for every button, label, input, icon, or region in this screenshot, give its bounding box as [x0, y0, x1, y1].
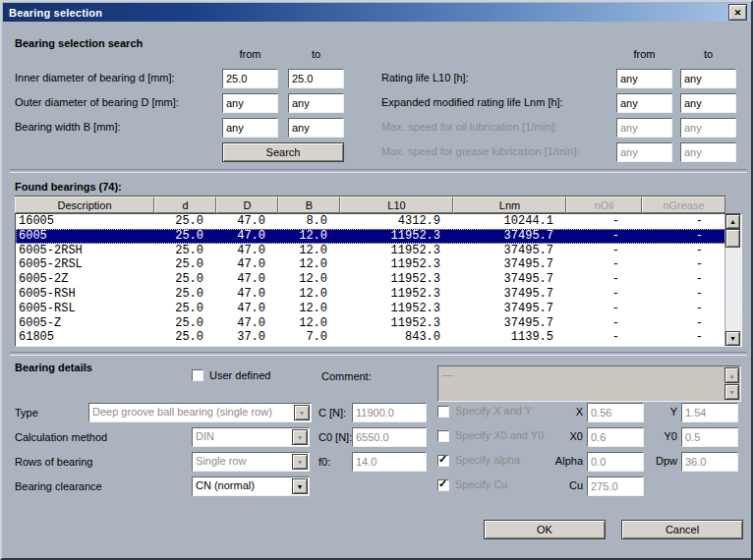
close-icon: ✕ — [734, 8, 742, 18]
factor-label: Alpha — [528, 455, 583, 467]
factor-input[interactable] — [681, 403, 738, 422]
comment-scroll-up-button[interactable]: ▲ — [724, 367, 739, 383]
comment-text: --- — [442, 368, 453, 380]
from-input[interactable] — [616, 69, 672, 88]
details-specify-fields: Specify X and YXYSpecify X0 and Y0X0Y0Sp… — [437, 403, 744, 511]
column-header-label: Description — [57, 199, 111, 211]
results-listbox[interactable]: 1600525.047.08.04312.910244.1--600525.04… — [15, 213, 742, 347]
column-header[interactable]: Lnm — [453, 196, 566, 213]
from-input[interactable] — [222, 118, 278, 138]
scrollbar-thumb[interactable] — [725, 229, 740, 248]
search-row: Inner diameter of bearing d [mm]: — [15, 69, 378, 93]
table-cell: 11952.3 — [341, 272, 454, 287]
table-cell: 37.0 — [217, 330, 279, 345]
to-input[interactable] — [288, 69, 344, 88]
specify-checkbox[interactable] — [437, 479, 449, 491]
search-section-heading: Bearing selection search — [15, 37, 143, 49]
specify-checkbox[interactable] — [437, 455, 449, 467]
chevron-down-icon[interactable]: ▼ — [292, 478, 308, 494]
column-header[interactable]: L10 — [340, 196, 453, 213]
search-row: Max. speed for oil lubrication [1/min]: — [381, 118, 745, 142]
from-input[interactable] — [616, 93, 672, 113]
comment-label: Comment: — [321, 370, 372, 382]
window-title: Bearing selection — [3, 7, 102, 19]
cancel-button[interactable]: Cancel — [621, 520, 743, 539]
search-button[interactable]: Search — [222, 142, 344, 162]
table-cell: - — [567, 257, 643, 272]
factor-input[interactable] — [681, 452, 738, 472]
title-bar[interactable]: Bearing selection — [3, 3, 750, 22]
specify-checkbox[interactable] — [437, 430, 449, 442]
table-cell: 6005-Z — [16, 316, 155, 331]
table-cell: - — [567, 214, 643, 229]
table-row[interactable]: 6180525.037.07.0843.01139.5-- — [16, 330, 725, 345]
column-header[interactable]: B — [278, 196, 340, 213]
load-field-row: C [N]: — [319, 403, 436, 422]
to-input[interactable] — [680, 93, 736, 113]
to-input[interactable] — [288, 118, 344, 138]
factor-input[interactable] — [681, 427, 738, 447]
column-header-label: Lnm — [499, 199, 520, 211]
load-field-input[interactable] — [352, 452, 427, 472]
to-input[interactable] — [680, 142, 736, 162]
column-header[interactable]: d — [154, 196, 216, 213]
table-row[interactable]: 1600525.047.08.04312.910244.1-- — [16, 214, 725, 229]
to-input[interactable] — [288, 93, 344, 113]
column-header[interactable]: D — [216, 196, 278, 213]
table-cell: 843.0 — [341, 330, 454, 345]
load-field-input[interactable] — [352, 427, 427, 447]
table-cell: - — [567, 244, 643, 258]
table-row[interactable]: 6005-RSH25.047.012.011952.337495.7-- — [16, 287, 725, 302]
table-cell: 37495.7 — [454, 272, 567, 287]
column-header[interactable]: Description — [15, 196, 154, 213]
factor-input[interactable] — [587, 476, 644, 496]
from-input[interactable] — [222, 93, 278, 113]
scrollbar-up-button[interactable]: ▲ — [725, 214, 740, 229]
table-cell: 11952.3 — [341, 302, 454, 316]
to-column-label-right: to — [680, 48, 736, 60]
search-right-fields: Rating life L10 [h]:Expanded modified ra… — [381, 69, 745, 167]
comment-scroll-down-button[interactable]: ▼ — [724, 384, 739, 400]
arrow-down-icon: ▼ — [728, 389, 735, 396]
table-row[interactable]: 6005-2RSH25.047.012.011952.337495.7-- — [16, 244, 725, 258]
factor-label: X0 — [528, 430, 583, 442]
dropdown[interactable]: DIN▼ — [192, 427, 310, 447]
comment-box[interactable]: --- ▲ ▼ — [437, 365, 741, 402]
details-row: Bearing clearanceCN (normal)▼ — [15, 476, 339, 496]
dropdown[interactable]: Single row▼ — [192, 452, 310, 472]
to-input[interactable] — [680, 118, 736, 138]
dropdown[interactable]: Deep groove ball bearing (single row)▼ — [88, 403, 312, 422]
ok-button[interactable]: OK — [484, 520, 606, 539]
from-column-label: from — [222, 48, 278, 60]
comment-scrollbar: ▲ ▼ — [724, 367, 739, 400]
column-header[interactable]: nGrease — [642, 196, 725, 213]
table-row[interactable]: 6005-2RSL25.047.012.011952.337495.7-- — [16, 257, 725, 272]
specify-checkbox[interactable] — [437, 406, 449, 418]
close-button[interactable]: ✕ — [728, 4, 747, 21]
dropdown[interactable]: CN (normal)▼ — [192, 476, 310, 496]
separator — [10, 169, 747, 173]
arrow-up-icon: ▲ — [729, 218, 736, 225]
user-defined-checkbox[interactable] — [192, 369, 203, 381]
from-column-label-right: from — [616, 48, 672, 60]
table-cell: 1139.5 — [454, 330, 567, 345]
table-row[interactable]: 6005-Z25.047.012.011952.337495.7-- — [16, 316, 725, 331]
chevron-down-icon[interactable]: ▼ — [294, 405, 310, 420]
table-cell: - — [567, 229, 643, 244]
table-row[interactable]: 600525.047.012.011952.337495.7-- — [16, 229, 725, 244]
from-input[interactable] — [222, 69, 278, 88]
table-row[interactable]: 6005-RSL25.047.012.011952.337495.7-- — [16, 302, 725, 316]
table-cell: 37495.7 — [454, 316, 567, 331]
from-input[interactable] — [616, 142, 672, 162]
load-field-input[interactable] — [352, 403, 427, 422]
to-input[interactable] — [680, 69, 736, 88]
from-input[interactable] — [616, 118, 672, 138]
results-scrollbar[interactable]: ▲ ▼ — [724, 214, 741, 346]
table-cell: 25.0 — [155, 272, 217, 287]
specify-row: Specify alphaAlphaDpw — [437, 452, 742, 472]
chevron-down-icon[interactable]: ▼ — [292, 429, 308, 445]
chevron-down-icon[interactable]: ▼ — [292, 454, 308, 470]
table-row[interactable]: 6005-2Z25.047.012.011952.337495.7-- — [16, 272, 725, 287]
scrollbar-down-button[interactable]: ▼ — [725, 331, 740, 346]
column-header[interactable]: nOil — [566, 196, 642, 213]
